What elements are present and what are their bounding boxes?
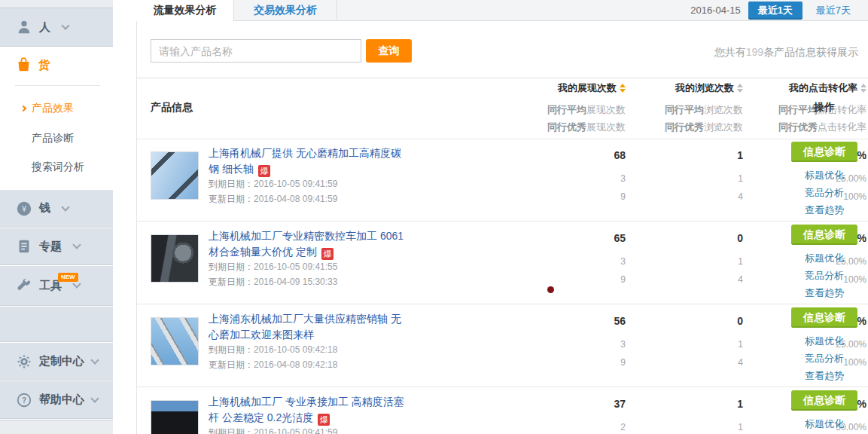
views-best: 4 xyxy=(630,357,743,368)
view-trend-link[interactable]: 查看趋势 xyxy=(790,369,858,383)
expire-date: 到期日期：2016-10-05 09:42:18 xyxy=(209,344,337,356)
product-title-link[interactable]: 上海浦东机械加工厂大量供应精密销轴 无心磨加工欢迎来图来样 xyxy=(209,311,410,343)
sidebar-item-keyword-analysis[interactable]: 搜索词分析 xyxy=(0,159,113,176)
views-avg: 1 xyxy=(630,422,743,432)
impressions-avg: 2 xyxy=(513,422,626,432)
expire-date: 到期日期：2016-10-05 09:41:59 xyxy=(209,178,337,191)
sort-icon xyxy=(860,84,866,93)
competitor-analysis-link[interactable]: 竞品分析 xyxy=(790,352,858,365)
gear-icon xyxy=(16,353,32,370)
product-title-link[interactable]: 上海机械加工厂专业精密数控车加工 6061材合金轴量大价优 定制爆 xyxy=(209,228,410,260)
product-image[interactable] xyxy=(151,400,199,434)
impressions-my: 56 xyxy=(513,315,626,327)
sidebar-item-custom-center[interactable]: 定制中心 xyxy=(0,343,113,381)
table-row: 上海机械加工厂 专业承接加工 高精度活塞杆 公差稳定 0.2光洁度爆 到期日期：… xyxy=(136,387,868,434)
view-trend-link[interactable]: 查看趋势 xyxy=(790,286,858,300)
title-optimize-link[interactable]: 标题优化 xyxy=(790,169,858,182)
impressions-my: 68 xyxy=(513,149,626,161)
result-summary: 您共有199条产品信息获得展示 xyxy=(714,46,858,60)
shopping-bag-icon xyxy=(16,57,32,73)
views-my: 1 xyxy=(630,398,743,410)
sidebar-divider xyxy=(15,85,100,86)
sidebar-item-tools[interactable]: 工具 NEW xyxy=(0,266,113,306)
document-icon xyxy=(16,238,32,255)
hot-badge: 爆 xyxy=(258,165,270,177)
info-diagnosis-button[interactable]: 信息诊断 xyxy=(791,142,857,162)
sort-views[interactable]: 我的浏览次数 xyxy=(675,82,743,93)
sidebar-item-goods[interactable]: 货 xyxy=(0,53,113,77)
current-date: 2016-04-15 xyxy=(690,5,741,16)
wrench-icon xyxy=(16,277,32,294)
sidebar-item-help-center[interactable]: ? 帮助中心 xyxy=(0,381,113,419)
sidebar-item-product-diagnosis[interactable]: 产品诊断 xyxy=(0,130,113,147)
top-strip: 交易效果分析 2016-04-15 最近1天 最近7天 xyxy=(233,0,868,21)
title-optimize-link[interactable]: 标题优化 xyxy=(790,417,858,431)
last-7-days-link[interactable]: 最近7天 xyxy=(816,4,851,17)
sort-ctr[interactable]: 我的点击转化率 xyxy=(789,82,866,93)
column-header-ctr: 我的点击转化率 xyxy=(746,81,866,95)
header-label: 我的展现次数 xyxy=(558,82,617,93)
table-top-border xyxy=(136,78,868,78)
update-date: 更新日期：2016-04-09 15:30:33 xyxy=(209,276,337,289)
product-image[interactable] xyxy=(151,317,199,365)
summary-suffix: 条产品信息获得展示 xyxy=(763,46,858,58)
competitor-analysis-link[interactable]: 竞品分析 xyxy=(790,186,858,200)
product-title-link[interactable]: 上海甬机械厂提供 无心磨精加工高精度碳钢 细长轴爆 xyxy=(209,145,410,177)
sidebar-item-money[interactable]: ¥ 钱 xyxy=(0,190,113,228)
subheader-impressions-avg: 同行平均展现次数 xyxy=(513,103,626,117)
sidebar-spacer-block xyxy=(0,307,113,342)
table-row: 上海甬机械厂提供 无心磨精加工高精度碳钢 细长轴爆 到期日期：2016-10-0… xyxy=(136,139,868,222)
expire-date: 到期日期：2016-10-05 09:41:59 xyxy=(209,426,337,434)
person-icon xyxy=(16,19,32,35)
sidebar-item-label: 产品诊断 xyxy=(32,132,74,145)
summary-prefix: 您共有 xyxy=(714,46,746,58)
product-name-input[interactable] xyxy=(151,39,361,63)
column-header-views: 我的浏览次数 xyxy=(630,81,743,95)
views-best: 4 xyxy=(630,274,743,285)
search-button[interactable]: 查询 xyxy=(366,39,412,63)
update-date: 更新日期：2016-04-08 09:42:18 xyxy=(209,359,337,371)
svg-text:?: ? xyxy=(22,396,26,404)
column-header-product: 产品信息 xyxy=(151,101,193,115)
cursor-click-dot xyxy=(547,286,554,293)
competitor-analysis-link[interactable]: 竞品分析 xyxy=(790,269,858,283)
impressions-avg: 3 xyxy=(513,173,626,184)
hot-badge: 爆 xyxy=(321,248,333,260)
info-diagnosis-button[interactable]: 信息诊断 xyxy=(791,225,857,245)
sort-icon xyxy=(737,84,743,93)
info-diagnosis-button[interactable]: 信息诊断 xyxy=(791,390,857,411)
summary-count: 199 xyxy=(746,46,763,58)
chevron-down-icon xyxy=(90,394,99,402)
product-title-link[interactable]: 上海机械加工厂 专业承接加工 高精度活塞杆 公差稳定 0.2光洁度爆 xyxy=(209,394,410,426)
impressions-avg: 3 xyxy=(513,256,626,267)
chevron-down-icon xyxy=(72,240,81,249)
title-optimize-link[interactable]: 标题优化 xyxy=(790,335,858,348)
sidebar-item-product-effect[interactable]: 产品效果 xyxy=(0,100,113,117)
views-my: 0 xyxy=(630,232,743,244)
sidebar-item-label: 产品效果 xyxy=(32,102,74,115)
tab-transaction-analysis[interactable]: 交易效果分析 xyxy=(234,0,337,20)
subheader-impressions-best: 同行优秀展现次数 xyxy=(513,121,626,134)
tab-label: 交易效果分析 xyxy=(254,4,317,17)
question-mark-icon: ? xyxy=(16,392,32,408)
view-trend-link[interactable]: 查看趋势 xyxy=(790,203,858,217)
impressions-best: 9 xyxy=(513,191,626,202)
info-diagnosis-button[interactable]: 信息诊断 xyxy=(791,307,857,328)
views-best: 4 xyxy=(630,191,743,202)
last-1-day-button[interactable]: 最近1天 xyxy=(748,2,803,20)
new-badge: NEW xyxy=(58,273,78,282)
sidebar-item-topics[interactable]: 专题 xyxy=(0,228,113,265)
column-header-impressions: 我的展现次数 xyxy=(513,81,626,95)
sidebar-item-person[interactable]: 人 xyxy=(0,8,113,47)
product-image[interactable] xyxy=(151,234,199,283)
title-optimize-link[interactable]: 标题优化 xyxy=(790,252,858,265)
sidebar-item-label: 钱 xyxy=(39,201,50,215)
tab-label: 流量效果分析 xyxy=(154,4,217,17)
product-image[interactable] xyxy=(151,151,199,200)
impressions-my: 65 xyxy=(513,232,626,244)
tab-traffic-analysis[interactable]: 流量效果分析 xyxy=(136,0,233,21)
coin-icon: ¥ xyxy=(16,200,32,217)
impressions-best: 9 xyxy=(513,357,626,368)
chevron-down-icon xyxy=(90,356,99,364)
sort-impressions[interactable]: 我的展现次数 xyxy=(558,82,626,93)
